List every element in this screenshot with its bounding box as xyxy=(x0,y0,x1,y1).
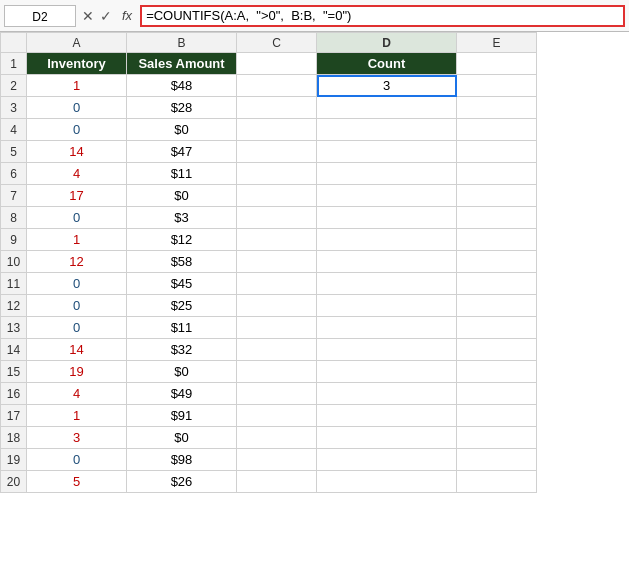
cell-b8[interactable]: $3 xyxy=(127,207,237,229)
cell-e11[interactable] xyxy=(457,273,537,295)
cell-c10[interactable] xyxy=(237,251,317,273)
cell-c12[interactable] xyxy=(237,295,317,317)
cell-e14[interactable] xyxy=(457,339,537,361)
cell-a9[interactable]: 1 xyxy=(27,229,127,251)
cell-d8[interactable] xyxy=(317,207,457,229)
cell-d18[interactable] xyxy=(317,427,457,449)
cell-e7[interactable] xyxy=(457,185,537,207)
cell-c17[interactable] xyxy=(237,405,317,427)
cell-e4[interactable] xyxy=(457,119,537,141)
cell-e17[interactable] xyxy=(457,405,537,427)
cell-d19[interactable] xyxy=(317,449,457,471)
cell-c19[interactable] xyxy=(237,449,317,471)
cell-d20[interactable] xyxy=(317,471,457,493)
cell-e13[interactable] xyxy=(457,317,537,339)
header-inventory[interactable]: Inventory xyxy=(27,53,127,75)
cell-c7[interactable] xyxy=(237,185,317,207)
cell-a16[interactable]: 4 xyxy=(27,383,127,405)
cell-e18[interactable] xyxy=(457,427,537,449)
cell-a13[interactable]: 0 xyxy=(27,317,127,339)
cell-b13[interactable]: $11 xyxy=(127,317,237,339)
cell-b6[interactable]: $11 xyxy=(127,163,237,185)
cell-b15[interactable]: $0 xyxy=(127,361,237,383)
cell-e9[interactable] xyxy=(457,229,537,251)
cell-d15[interactable] xyxy=(317,361,457,383)
cell-d3[interactable] xyxy=(317,97,457,119)
cell-a11[interactable]: 0 xyxy=(27,273,127,295)
cell-c13[interactable] xyxy=(237,317,317,339)
cell-c5[interactable] xyxy=(237,141,317,163)
cell-reference-box[interactable]: D2 xyxy=(4,5,76,27)
cell-c6[interactable] xyxy=(237,163,317,185)
cell-a20[interactable]: 5 xyxy=(27,471,127,493)
confirm-icon[interactable]: ✓ xyxy=(98,8,114,24)
cell-a4[interactable]: 0 xyxy=(27,119,127,141)
cell-e8[interactable] xyxy=(457,207,537,229)
cell-d5[interactable] xyxy=(317,141,457,163)
col-header-b[interactable]: B xyxy=(127,33,237,53)
cell-e20[interactable] xyxy=(457,471,537,493)
cell-b2[interactable]: $48 xyxy=(127,75,237,97)
cell-d16[interactable] xyxy=(317,383,457,405)
cell-b11[interactable]: $45 xyxy=(127,273,237,295)
cell-d10[interactable] xyxy=(317,251,457,273)
col-header-a[interactable]: A xyxy=(27,33,127,53)
cell-a17[interactable]: 1 xyxy=(27,405,127,427)
cell-c14[interactable] xyxy=(237,339,317,361)
cell-b9[interactable]: $12 xyxy=(127,229,237,251)
cell-c11[interactable] xyxy=(237,273,317,295)
cell-a15[interactable]: 19 xyxy=(27,361,127,383)
cell-b17[interactable]: $91 xyxy=(127,405,237,427)
cell-c9[interactable] xyxy=(237,229,317,251)
cancel-icon[interactable]: ✕ xyxy=(80,8,96,24)
cell-b3[interactable]: $28 xyxy=(127,97,237,119)
cell-b20[interactable]: $26 xyxy=(127,471,237,493)
cell-d6[interactable] xyxy=(317,163,457,185)
cell-e12[interactable] xyxy=(457,295,537,317)
cell-e10[interactable] xyxy=(457,251,537,273)
cell-c16[interactable] xyxy=(237,383,317,405)
col-header-e[interactable]: E xyxy=(457,33,537,53)
cell-b18[interactable]: $0 xyxy=(127,427,237,449)
cell-c18[interactable] xyxy=(237,427,317,449)
cell-e15[interactable] xyxy=(457,361,537,383)
cell-d12[interactable] xyxy=(317,295,457,317)
cell-a14[interactable]: 14 xyxy=(27,339,127,361)
cell-c4[interactable] xyxy=(237,119,317,141)
cell-a5[interactable]: 14 xyxy=(27,141,127,163)
cell-b4[interactable]: $0 xyxy=(127,119,237,141)
cell-d17[interactable] xyxy=(317,405,457,427)
cell-d4[interactable] xyxy=(317,119,457,141)
cell-c3[interactable] xyxy=(237,97,317,119)
cell-b19[interactable]: $98 xyxy=(127,449,237,471)
cell-b14[interactable]: $32 xyxy=(127,339,237,361)
cell-e2[interactable] xyxy=(457,75,537,97)
cell-b12[interactable]: $25 xyxy=(127,295,237,317)
cell-e19[interactable] xyxy=(457,449,537,471)
cell-b16[interactable]: $49 xyxy=(127,383,237,405)
cell-b5[interactable]: $47 xyxy=(127,141,237,163)
cell-c20[interactable] xyxy=(237,471,317,493)
cell-e16[interactable] xyxy=(457,383,537,405)
cell-c15[interactable] xyxy=(237,361,317,383)
cell-b10[interactable]: $58 xyxy=(127,251,237,273)
col-header-d[interactable]: D xyxy=(317,33,457,53)
cell-a7[interactable]: 17 xyxy=(27,185,127,207)
cell-a12[interactable]: 0 xyxy=(27,295,127,317)
cell-b7[interactable]: $0 xyxy=(127,185,237,207)
cell-e3[interactable] xyxy=(457,97,537,119)
cell-a18[interactable]: 3 xyxy=(27,427,127,449)
cell-a8[interactable]: 0 xyxy=(27,207,127,229)
cell-d2[interactable]: 3 xyxy=(317,75,457,97)
cell-d13[interactable] xyxy=(317,317,457,339)
cell-d14[interactable] xyxy=(317,339,457,361)
cell-c1[interactable] xyxy=(237,53,317,75)
cell-e6[interactable] xyxy=(457,163,537,185)
cell-a10[interactable]: 12 xyxy=(27,251,127,273)
cell-d9[interactable] xyxy=(317,229,457,251)
cell-a2[interactable]: 1 xyxy=(27,75,127,97)
cell-e5[interactable] xyxy=(457,141,537,163)
cell-a19[interactable]: 0 xyxy=(27,449,127,471)
col-header-c[interactable]: C xyxy=(237,33,317,53)
cell-e1[interactable] xyxy=(457,53,537,75)
